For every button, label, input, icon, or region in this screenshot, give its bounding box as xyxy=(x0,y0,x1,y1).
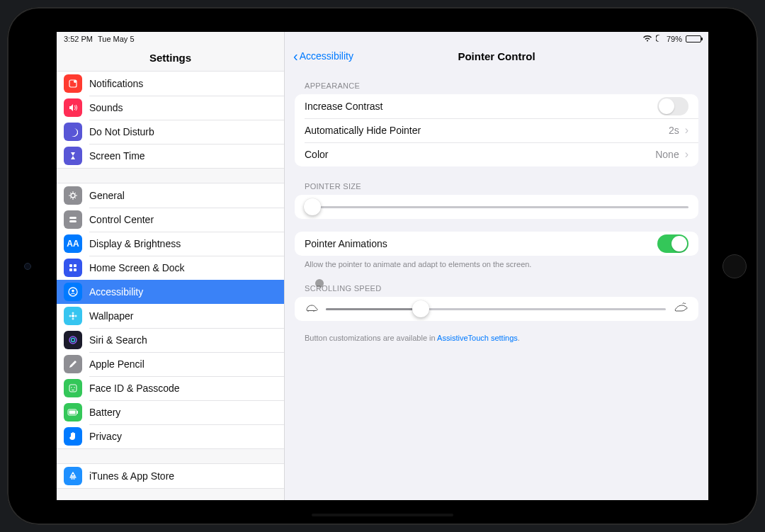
sidebar-item-accessibility[interactable]: Accessibility xyxy=(57,280,284,304)
sidebar-item-label: Privacy xyxy=(89,431,122,442)
battery-icon xyxy=(686,35,701,43)
switches-icon xyxy=(64,210,82,229)
moon-icon xyxy=(64,123,82,141)
svg-point-12 xyxy=(72,312,74,315)
color-label: Color xyxy=(305,149,328,160)
color-value: None xyxy=(655,149,679,160)
svg-point-10 xyxy=(72,290,74,293)
svg-point-14 xyxy=(69,315,72,317)
svg-point-17 xyxy=(72,339,75,342)
chevron-right-icon: › xyxy=(685,124,688,137)
sidebar-item-label: Face ID & Passcode xyxy=(89,383,180,394)
auto-hide-value: 2s xyxy=(669,125,679,136)
content-area: 3:52 PM Tue May 5 79% Settings No xyxy=(57,32,708,500)
status-time: 3:52 PM xyxy=(64,35,93,43)
chevron-right-icon: › xyxy=(685,148,688,161)
scrolling-speed-slider[interactable] xyxy=(295,297,698,321)
sidebar-item-label: iTunes & App Store xyxy=(89,470,174,482)
battery-icon xyxy=(64,403,82,421)
sidebar-item-applepencil[interactable]: Apple Pencil xyxy=(57,352,284,376)
appearance-card: Increase Contrast Automatically Hide Poi… xyxy=(295,94,698,166)
sidebar-item-wallpaper[interactable]: Wallpaper xyxy=(57,304,284,328)
status-date: Tue May 5 xyxy=(98,35,135,43)
svg-rect-4 xyxy=(69,220,76,222)
pencil-icon xyxy=(64,355,82,373)
footer-note: Button customizations are available in A… xyxy=(285,321,708,342)
sidebar-item-notifications[interactable]: Notifications xyxy=(57,72,284,96)
hourglass-icon xyxy=(64,147,82,165)
sidebar-item-label: Display & Brightness xyxy=(89,238,181,249)
sidebar-item-faceid[interactable]: Face ID & Passcode xyxy=(57,376,284,400)
sidebar-item-label: General xyxy=(89,190,125,201)
svg-point-16 xyxy=(69,336,76,344)
pointer-animations-switch[interactable] xyxy=(657,234,688,253)
grid-icon xyxy=(64,259,82,277)
siri-icon xyxy=(64,331,82,349)
settings-sidebar: Settings NotificationsSoundsDo Not Distu… xyxy=(57,32,285,500)
hand-icon xyxy=(64,427,82,446)
face-icon xyxy=(64,379,82,397)
sidebar-item-label: Accessibility xyxy=(89,286,143,298)
pointer-animations-row[interactable]: Pointer Animations xyxy=(295,232,698,256)
auto-hide-row[interactable]: Automatically Hide Pointer 2s › xyxy=(295,118,698,142)
home-indicator[interactable] xyxy=(312,514,453,516)
svg-point-13 xyxy=(72,318,74,320)
svg-point-1 xyxy=(74,80,76,83)
sidebar-item-general[interactable]: General xyxy=(57,183,284,208)
flower-icon xyxy=(64,307,82,325)
svg-rect-18 xyxy=(69,385,76,392)
appearance-header: APPEARANCE xyxy=(285,66,708,94)
sidebar-item-siri[interactable]: Siri & Search xyxy=(57,328,284,352)
svg-point-2 xyxy=(71,193,75,198)
sidebar-item-screentime[interactable]: Screen Time xyxy=(57,144,284,168)
ipad-frame: 3:52 PM Tue May 5 79% Settings No xyxy=(7,7,758,525)
sidebar-item-battery[interactable]: Battery xyxy=(57,400,284,424)
svg-rect-22 xyxy=(69,411,76,414)
appstore-icon xyxy=(64,467,82,485)
bell-icon xyxy=(64,74,82,93)
sidebar-item-sounds[interactable]: Sounds xyxy=(57,96,284,120)
dnd-moon-icon xyxy=(656,35,663,43)
svg-rect-8 xyxy=(74,268,76,271)
color-row[interactable]: Color None › xyxy=(295,142,698,166)
sidebar-item-label: Home Screen & Dock xyxy=(89,262,185,273)
front-camera xyxy=(24,263,31,270)
svg-point-15 xyxy=(75,315,77,317)
speaker-icon xyxy=(64,98,82,117)
pointer-animations-card: Pointer Animations xyxy=(295,232,698,256)
sidebar-item-controlcenter[interactable]: Control Center xyxy=(57,208,284,232)
home-button[interactable] xyxy=(722,254,747,278)
sidebar-item-homescreen[interactable]: Home Screen & Dock xyxy=(57,256,284,280)
battery-percentage: 79% xyxy=(667,35,682,43)
sidebar-item-label: Apple Pencil xyxy=(89,358,144,370)
sidebar-item-privacy[interactable]: Privacy xyxy=(57,424,284,448)
person-icon xyxy=(64,283,82,301)
detail-pane: ‹ Accessibility Pointer Control APPEARAN… xyxy=(285,32,708,500)
svg-point-19 xyxy=(71,387,72,388)
svg-rect-7 xyxy=(69,268,72,271)
increase-contrast-switch[interactable] xyxy=(657,97,688,115)
sidebar-item-label: Sounds xyxy=(89,102,123,113)
auto-hide-label: Automatically Hide Pointer xyxy=(305,125,421,136)
wifi-icon xyxy=(642,35,652,43)
aa-icon: AA xyxy=(64,234,82,253)
increase-contrast-label: Increase Contrast xyxy=(305,101,383,112)
sidebar-item-label: Control Center xyxy=(89,214,154,225)
screen: 3:52 PM Tue May 5 79% Settings No xyxy=(57,13,708,519)
svg-rect-6 xyxy=(74,264,76,267)
svg-point-20 xyxy=(74,387,75,388)
tortoise-icon xyxy=(305,302,319,315)
sidebar-item-dnd[interactable]: Do Not Disturb xyxy=(57,120,284,144)
sidebar-item-itunes[interactable]: iTunes & App Store xyxy=(57,464,284,488)
sidebar-item-label: Wallpaper xyxy=(89,310,134,322)
detail-header: ‹ Accessibility Pointer Control xyxy=(285,46,708,66)
pointer-size-slider[interactable] xyxy=(295,195,698,219)
sidebar-item-display[interactable]: AADisplay & Brightness xyxy=(57,232,284,256)
gear-icon xyxy=(64,186,82,205)
svg-rect-5 xyxy=(69,264,72,267)
back-button[interactable]: ‹ Accessibility xyxy=(293,49,353,63)
assistivetouch-link[interactable]: AssistiveTouch settings xyxy=(437,334,518,342)
hare-icon xyxy=(673,302,688,315)
increase-contrast-row[interactable]: Increase Contrast xyxy=(295,94,698,118)
svg-point-11 xyxy=(72,315,74,317)
